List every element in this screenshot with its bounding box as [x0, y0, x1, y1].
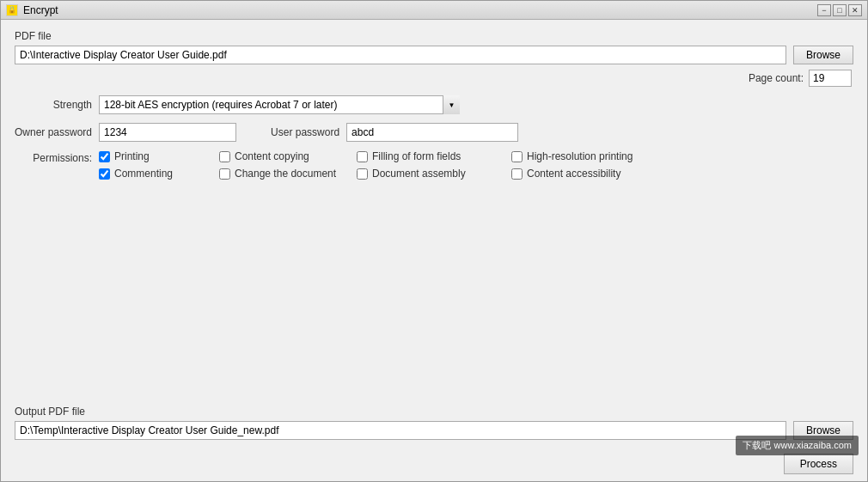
- title-bar-left: 🔒 Encrypt: [6, 4, 58, 16]
- permissions-section: Permissions: Printing Content copying Fi…: [15, 150, 853, 180]
- commenting-label: Commenting: [114, 168, 173, 180]
- owner-password-input[interactable]: [99, 123, 236, 142]
- user-password-input[interactable]: [346, 123, 518, 142]
- output-file-row: Browse: [15, 421, 853, 440]
- window-icon: 🔒: [6, 4, 18, 16]
- owner-password-label: Owner password: [15, 126, 92, 138]
- change-document-label: Change the document: [235, 168, 336, 180]
- filling-form-label: Filling of form fields: [372, 150, 461, 162]
- watermark: 下载吧 www.xiazaiba.com: [736, 436, 859, 455]
- permissions-label: Permissions:: [15, 150, 92, 164]
- permission-document-assembly: Document assembly: [357, 168, 511, 180]
- high-res-printing-label: High-resolution printing: [527, 150, 633, 162]
- document-assembly-label: Document assembly: [372, 168, 466, 180]
- output-file-input[interactable]: [15, 421, 786, 440]
- printing-label: Printing: [114, 150, 150, 162]
- strength-label: Strength: [15, 99, 92, 111]
- user-password-label: User password: [271, 126, 339, 138]
- pdf-file-input[interactable]: [15, 46, 786, 64]
- output-section: Output PDF file Browse: [15, 406, 853, 440]
- window-body: PDF file Browse Page count: Strength 128…: [1, 20, 867, 481]
- strength-row: Strength 128-bit AES encryption (require…: [15, 95, 853, 114]
- content-copying-checkbox[interactable]: [219, 151, 230, 162]
- maximize-button[interactable]: □: [833, 4, 847, 16]
- close-button[interactable]: ✕: [848, 4, 862, 16]
- pdf-file-label: PDF file: [15, 30, 853, 42]
- document-assembly-checkbox[interactable]: [357, 168, 368, 180]
- page-count-label: Page count:: [749, 72, 804, 84]
- strength-select[interactable]: 128-bit AES encryption (requires Acrobat…: [99, 95, 460, 114]
- content-accessibility-label: Content accessibility: [527, 168, 620, 180]
- page-count-input[interactable]: [809, 70, 852, 87]
- permission-commenting: Commenting: [99, 168, 219, 180]
- title-bar-buttons: − □ ✕: [817, 4, 862, 16]
- owner-password-group: Owner password: [15, 123, 236, 142]
- printing-checkbox[interactable]: [99, 151, 110, 162]
- pdf-file-row: Browse: [15, 46, 853, 64]
- high-res-printing-checkbox[interactable]: [511, 151, 523, 162]
- output-pdf-label: Output PDF file: [15, 406, 853, 418]
- permission-change-document: Change the document: [219, 168, 357, 180]
- permission-printing: Printing: [99, 150, 219, 162]
- permission-content-copying: Content copying: [219, 150, 357, 162]
- user-password-group: User password: [271, 123, 518, 142]
- permission-high-res-printing: High-resolution printing: [511, 150, 666, 162]
- commenting-checkbox[interactable]: [99, 168, 110, 180]
- main-window: 🔒 Encrypt − □ ✕ PDF file Browse Page cou…: [0, 0, 868, 482]
- content-copying-label: Content copying: [235, 150, 309, 162]
- pdf-browse-button[interactable]: Browse: [793, 46, 853, 64]
- permission-filling-form: Filling of form fields: [357, 150, 511, 162]
- content-accessibility-checkbox[interactable]: [511, 168, 523, 180]
- permissions-grid: Printing Content copying Filling of form…: [99, 150, 666, 180]
- title-bar: 🔒 Encrypt − □ ✕: [1, 1, 867, 20]
- process-button[interactable]: Process: [784, 454, 853, 474]
- window-title: Encrypt: [23, 4, 58, 16]
- page-count-row: Page count:: [15, 70, 853, 87]
- permission-content-accessibility: Content accessibility: [511, 168, 666, 180]
- process-row: Process: [15, 447, 853, 474]
- strength-select-wrapper: 128-bit AES encryption (requires Acrobat…: [99, 95, 460, 114]
- change-document-checkbox[interactable]: [219, 168, 230, 180]
- passwords-row: Owner password User password: [15, 123, 853, 142]
- filling-form-checkbox[interactable]: [357, 151, 368, 162]
- minimize-button[interactable]: −: [817, 4, 831, 16]
